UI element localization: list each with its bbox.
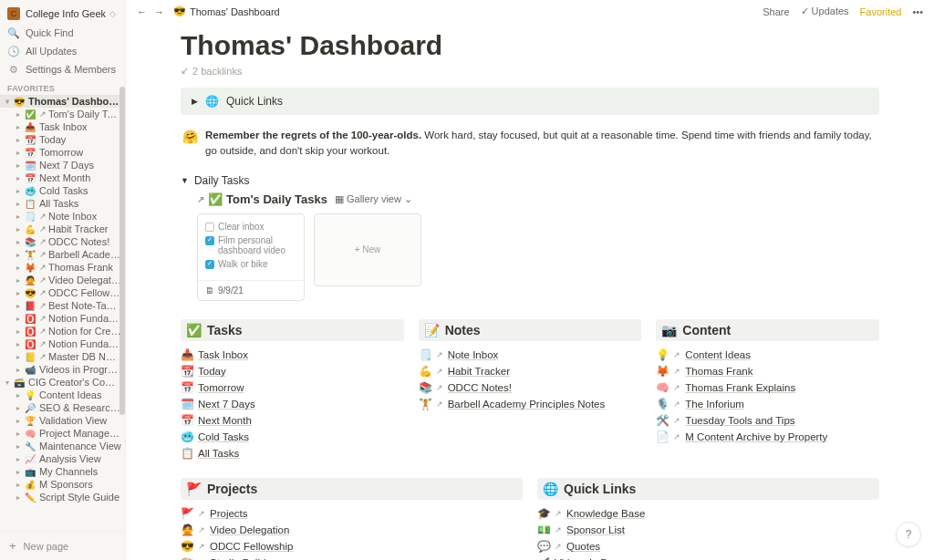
- expand-icon[interactable]: ▸: [13, 340, 24, 348]
- page-link[interactable]: 🛠️↗Tuesday Tools and Tips: [656, 412, 879, 429]
- page-link[interactable]: 🏋️↗Barbell Academy Principles Notes: [419, 396, 642, 412]
- page-link[interactable]: 📹Videos in Progress: [537, 555, 879, 561]
- expand-icon[interactable]: ▸: [13, 468, 24, 476]
- quick-find[interactable]: 🔍 Quick Find: [0, 24, 125, 42]
- expand-icon[interactable]: ▸: [13, 264, 24, 272]
- sidebar-item[interactable]: ▸📺My Channels: [0, 465, 125, 478]
- page-link[interactable]: 🗒️↗Note Inbox: [419, 347, 642, 363]
- new-page-button[interactable]: + New page: [0, 531, 125, 560]
- favorited-button[interactable]: Favorited: [860, 6, 902, 17]
- expand-icon[interactable]: ▾: [2, 98, 13, 106]
- page-link[interactable]: 🦊↗Thomas Frank: [656, 363, 879, 379]
- page-link[interactable]: 🥶Cold Tasks: [181, 429, 404, 445]
- page-link[interactable]: 💵↗Sponsor List: [537, 522, 879, 538]
- gallery-card[interactable]: Clear inbox Film personal dashboard vide…: [197, 213, 305, 301]
- view-selector[interactable]: ▦ Gallery view ⌄: [335, 193, 412, 205]
- expand-icon[interactable]: ▸: [13, 200, 24, 208]
- sidebar-item[interactable]: ▸🙅↗Video Delegation: [0, 274, 125, 286]
- sidebar-item[interactable]: ▸🥶Cold Tasks: [0, 184, 125, 197]
- sidebar-item[interactable]: ▸📕↗Best Note-Taking...: [0, 299, 125, 312]
- page-link[interactable]: 🎓↗Knowledge Base: [537, 505, 879, 522]
- share-button[interactable]: Share: [763, 6, 789, 17]
- checkbox[interactable]: [205, 223, 214, 232]
- expand-icon[interactable]: ▸: [13, 442, 24, 451]
- expand-icon[interactable]: ▸: [13, 353, 24, 361]
- sidebar-item[interactable]: ▸📈Analysis View: [0, 452, 125, 465]
- page-link[interactable]: 🏗️↗Studio Build: [181, 555, 523, 561]
- expand-icon[interactable]: ▸: [13, 213, 24, 221]
- expand-icon[interactable]: ▸: [13, 123, 24, 131]
- page-link[interactable]: 📅Tomorrow: [181, 379, 404, 396]
- breadcrumb[interactable]: 😎 Thomas' Dashboard: [173, 5, 763, 17]
- sidebar-item[interactable]: ▸📋All Tasks: [0, 197, 125, 210]
- sidebar-item[interactable]: ▸🅾️↗Notion Fundame...: [0, 312, 125, 325]
- expand-icon[interactable]: ▸: [13, 251, 24, 259]
- page-link[interactable]: 💡↗Content Ideas: [656, 347, 879, 363]
- expand-icon[interactable]: ▸: [13, 327, 24, 336]
- page-link[interactable]: 🎙️↗The Inforium: [656, 396, 879, 412]
- updates-button[interactable]: ✓ Updates: [801, 5, 849, 17]
- sidebar-item[interactable]: ▸📆Today: [0, 133, 125, 146]
- expand-icon[interactable]: ▸: [13, 136, 24, 144]
- sidebar-item[interactable]: ▸🧠Project Manager View: [0, 427, 125, 440]
- settings-members[interactable]: ⚙ Settings & Members: [0, 60, 125, 78]
- page-link[interactable]: 📋All Tasks: [181, 445, 404, 461]
- sidebar-item[interactable]: ▸💡Content Ideas: [0, 389, 125, 401]
- sidebar-item[interactable]: ▸🏋️↗Barbell Academy ...: [0, 248, 125, 261]
- expand-icon[interactable]: ▸: [13, 391, 24, 399]
- more-menu-button[interactable]: •••: [912, 6, 923, 17]
- sidebar-item[interactable]: ▸✏️Script Style Guide: [0, 491, 125, 503]
- sidebar-item[interactable]: ▸💰M Sponsors: [0, 478, 125, 491]
- sidebar-item[interactable]: ▸🏆Validation View: [0, 414, 125, 427]
- nav-forward-button[interactable]: →: [154, 6, 164, 17]
- sidebar-item[interactable]: ▸🔎SEO & Research View: [0, 401, 125, 414]
- page-link[interactable]: 💬↗Quotes: [537, 538, 879, 555]
- expand-icon[interactable]: ▸: [13, 493, 24, 502]
- backlinks[interactable]: ↙ 2 backlinks: [181, 65, 879, 77]
- expand-icon[interactable]: ▸: [13, 315, 24, 323]
- page-link[interactable]: 📆Today: [181, 363, 404, 379]
- page-link[interactable]: 📥Task Inbox: [181, 347, 404, 363]
- expand-icon[interactable]: ▸: [13, 110, 24, 119]
- sidebar-item[interactable]: ▸😎↗ODCC Fellowship: [0, 286, 125, 299]
- all-updates[interactable]: 🕓 All Updates: [0, 42, 125, 60]
- toggle-icon[interactable]: ▶: [192, 97, 198, 106]
- sidebar-item[interactable]: ▸📹Videos in Progress: [0, 363, 125, 376]
- expand-icon[interactable]: ▸: [13, 289, 24, 297]
- sidebar-item[interactable]: ▸🔧Maintenance View: [0, 440, 125, 452]
- page-link[interactable]: 📚↗ODCC Notes!: [419, 379, 642, 396]
- sidebar-item[interactable]: ▸📥Task Inbox: [0, 120, 125, 133]
- page-link[interactable]: 🧠↗Thomas Frank Explains: [656, 379, 879, 396]
- page-link[interactable]: 🚩↗Projects: [181, 505, 523, 522]
- page-link[interactable]: 😎↗ODCC Fellowship: [181, 538, 523, 555]
- expand-icon[interactable]: ▸: [13, 225, 24, 233]
- sidebar-item[interactable]: ▾😎Thomas' Dashboard: [0, 95, 125, 108]
- sidebar-item[interactable]: ▸📅Tomorrow: [0, 146, 125, 159]
- expand-icon[interactable]: ▸: [13, 455, 24, 463]
- nav-back-button[interactable]: ←: [137, 6, 147, 17]
- expand-icon[interactable]: ▸: [13, 149, 24, 157]
- expand-icon[interactable]: ▾: [2, 379, 13, 387]
- page-link[interactable]: 🗓️Next 7 Days: [181, 396, 404, 412]
- expand-icon[interactable]: ▸: [13, 417, 24, 425]
- expand-icon[interactable]: ▸: [13, 430, 24, 438]
- workspace-switcher[interactable]: C College Info Geek ◇: [0, 0, 125, 24]
- daily-tasks-toggle[interactable]: ▼ Daily Tasks: [181, 174, 879, 187]
- sidebar-item[interactable]: ▸🦊↗Thomas Frank: [0, 261, 125, 274]
- expand-icon[interactable]: ▸: [13, 302, 24, 310]
- checkbox[interactable]: [205, 260, 214, 269]
- expand-icon[interactable]: ▸: [13, 366, 24, 374]
- expand-icon[interactable]: ▸: [13, 174, 24, 182]
- sidebar-item[interactable]: ▸📒↗Master DB Note-...: [0, 350, 125, 363]
- sidebar-item[interactable]: ▸📚↗ODCC Notes!: [0, 235, 125, 248]
- expand-icon[interactable]: ▸: [13, 187, 24, 195]
- sidebar-item[interactable]: ▸🅾️↗Notion Fundame...: [0, 337, 125, 350]
- checkbox[interactable]: [205, 236, 214, 245]
- page-link[interactable]: 📅Next Month: [181, 412, 404, 429]
- expand-icon[interactable]: ▸: [13, 276, 24, 285]
- expand-icon[interactable]: ▸: [13, 481, 24, 489]
- expand-icon[interactable]: ▸: [13, 404, 24, 412]
- page-link[interactable]: 🙅↗Video Delegation: [181, 522, 523, 538]
- page-link[interactable]: 💪↗Habit Tracker: [419, 363, 642, 379]
- toggle-down-icon[interactable]: ▼: [181, 176, 189, 185]
